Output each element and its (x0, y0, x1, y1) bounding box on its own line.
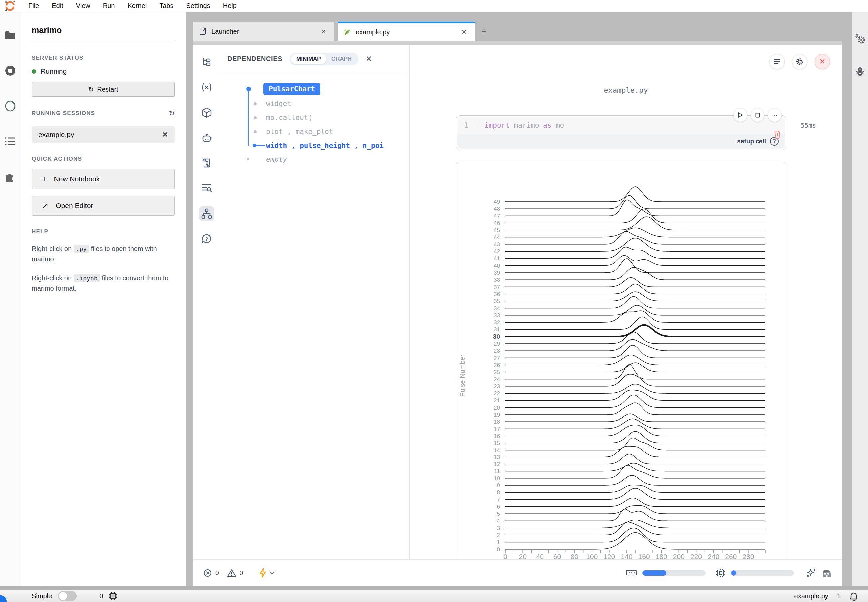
marimo-sidebar-icon[interactable] (4, 98, 17, 113)
ai-assistant-icon[interactable] (199, 131, 214, 145)
tab-example-close-icon[interactable]: ✕ (459, 27, 469, 37)
dependencies-panel: DEPENDENCIES MINIMAP GRAPH ✕ (220, 45, 410, 559)
debugger-icon[interactable] (855, 67, 865, 77)
ai-robot-icon[interactable] (821, 568, 832, 578)
server-status-heading: SERVER STATUS (32, 55, 175, 61)
svg-text:20: 20 (494, 405, 500, 411)
right-rail (852, 12, 868, 586)
py-extension-chip: .py (74, 245, 89, 253)
ram-usage-meter (643, 570, 705, 576)
cell-more-button[interactable]: ⋯ (768, 108, 782, 122)
tab-launcher-close-icon[interactable]: ✕ (319, 27, 328, 36)
file-tree-icon[interactable] (199, 55, 214, 69)
current-file-label: example.py (794, 592, 828, 600)
simple-mode-toggle[interactable] (58, 591, 77, 601)
outline-search-icon[interactable] (199, 181, 214, 196)
svg-text:2: 2 (497, 532, 500, 538)
tree-connector (248, 89, 248, 146)
svg-text:46: 46 (494, 220, 500, 226)
svg-text:27: 27 (494, 355, 500, 361)
menu-kernel[interactable]: Kernel (121, 2, 153, 10)
notebook-area: ✕ example.py ⋯ (410, 45, 842, 559)
svg-text:220: 220 (690, 553, 702, 559)
tree-node-dot (254, 130, 257, 133)
pulsar-chart-output: Pulse Number0123456789101112131415161718… (455, 162, 787, 559)
errors-icon[interactable] (203, 569, 212, 577)
menu-file[interactable]: File (22, 2, 45, 10)
run-mode-bolt-icon[interactable] (259, 568, 266, 578)
ai-sparkle-icon[interactable] (806, 568, 816, 578)
running-kernels-icon[interactable] (4, 63, 17, 78)
svg-text:33: 33 (494, 312, 500, 319)
tab-example[interactable]: example.py ✕ (338, 22, 475, 41)
new-tab-button[interactable]: + (476, 22, 492, 41)
warnings-count: 0 (240, 569, 243, 577)
svg-text:1: 1 (497, 539, 500, 545)
dependencies-title: DEPENDENCIES (227, 55, 282, 63)
delete-cell-icon[interactable] (774, 130, 781, 138)
notebook-settings-button[interactable] (792, 54, 807, 69)
menu-help[interactable]: Help (217, 2, 243, 10)
tab-example-label: example.py (356, 28, 455, 36)
open-editor-button[interactable]: ↗ Open Editor (32, 196, 175, 216)
help-text-ipynb: Right-click on .ipynb files to convert t… (32, 273, 175, 294)
packages-icon[interactable] (199, 105, 214, 120)
server-status-value: Running (41, 67, 67, 75)
svg-text:9: 9 (497, 482, 500, 489)
variables-icon[interactable] (199, 80, 214, 95)
kernel-count: 0 (99, 592, 103, 600)
session-close-icon[interactable]: ✕ (162, 131, 168, 138)
svg-text:100: 100 (586, 553, 598, 559)
session-file-name: example.py (38, 131, 162, 138)
simple-mode-label: Simple (32, 592, 52, 600)
restart-button[interactable]: ↻ Restart (32, 82, 175, 97)
svg-text:0: 0 (503, 553, 507, 559)
session-item[interactable]: example.py ✕ (32, 126, 175, 143)
run-mode-chevron-icon[interactable] (270, 571, 275, 575)
dependencies-close-icon[interactable]: ✕ (366, 54, 372, 63)
notebook-menu-button[interactable] (770, 54, 785, 69)
main-dock: Launcher ✕ example.py ✕ + (186, 12, 842, 586)
pulsar-chart: Pulse Number0123456789101112131415161718… (456, 163, 787, 559)
graph-toggle[interactable]: GRAPH (326, 54, 357, 64)
running-sessions-heading: RUNNING SESSIONS (32, 110, 95, 117)
extensions-icon[interactable] (4, 169, 17, 184)
menu-view[interactable]: View (69, 2, 97, 10)
line-number: 1 (464, 121, 475, 129)
dependencies-icon[interactable] (199, 206, 214, 221)
svg-text:12: 12 (494, 461, 500, 467)
refresh-sessions-icon[interactable]: ↻ (169, 109, 175, 117)
tree-node-pulsarchart[interactable]: PulsarChart (263, 83, 320, 95)
property-inspector-icon[interactable] (854, 33, 866, 45)
svg-text:41: 41 (494, 255, 500, 262)
svg-text:28: 28 (494, 348, 500, 354)
svg-text:37: 37 (494, 284, 500, 290)
tab-launcher[interactable]: Launcher ✕ (193, 22, 334, 41)
file-browser-icon[interactable] (4, 28, 17, 43)
menu-edit[interactable]: Edit (45, 2, 69, 10)
table-of-contents-icon[interactable] (4, 134, 17, 149)
svg-text:0: 0 (497, 547, 500, 553)
svg-text:140: 140 (621, 553, 632, 559)
jupyterlab-window: File Edit View Run Kernel Tabs Settings … (0, 0, 868, 602)
run-cell-button[interactable] (733, 108, 747, 122)
stop-cell-button[interactable] (750, 108, 764, 122)
new-notebook-button[interactable]: + New Notebook (32, 169, 175, 189)
menu-run[interactable]: Run (97, 2, 121, 10)
svg-text:47: 47 (494, 213, 500, 220)
tab-bar: Launcher ✕ example.py ✕ + (193, 22, 842, 41)
bell-icon[interactable] (850, 591, 858, 600)
panel-rail: ? (193, 45, 220, 559)
logs-icon[interactable] (199, 156, 214, 170)
minimap-toggle[interactable]: MINIMAP (291, 54, 326, 64)
notebook-shutdown-button[interactable]: ✕ (815, 54, 830, 69)
svg-text:280: 280 (742, 553, 754, 559)
svg-text:29: 29 (494, 341, 500, 347)
help-icon[interactable]: ? (199, 232, 214, 246)
kernel-chip-icon[interactable] (109, 592, 118, 600)
svg-text:20: 20 (518, 553, 526, 559)
menu-tabs[interactable]: Tabs (153, 2, 180, 10)
menu-settings[interactable]: Settings (180, 2, 216, 10)
tab-launcher-label: Launcher (211, 28, 314, 35)
warnings-icon[interactable] (227, 569, 236, 577)
